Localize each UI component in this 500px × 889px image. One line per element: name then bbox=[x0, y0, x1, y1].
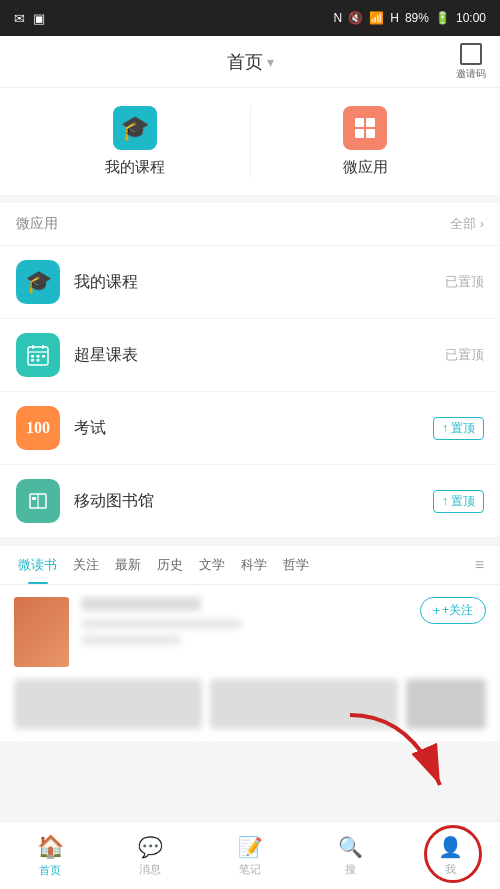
app-item-left-courses: 🎓 我的课程 bbox=[16, 260, 138, 304]
reading-tabs-more[interactable]: ≡ bbox=[469, 546, 490, 584]
svg-rect-15 bbox=[32, 497, 36, 500]
time-display: 10:00 bbox=[456, 11, 486, 25]
svg-rect-1 bbox=[366, 118, 375, 127]
svg-rect-11 bbox=[31, 359, 34, 362]
app-icon-library bbox=[16, 479, 60, 523]
svg-rect-0 bbox=[355, 118, 364, 127]
battery-level: 89% bbox=[405, 11, 429, 25]
app-name-schedule: 超星课表 bbox=[74, 345, 138, 366]
svg-rect-9 bbox=[37, 355, 40, 358]
search-icon: 🔍 bbox=[338, 835, 363, 859]
reading-tabs: 微读书 关注 最新 历史 文学 科学 哲学 ≡ bbox=[0, 546, 500, 585]
status-left: ✉ ▣ bbox=[14, 11, 45, 26]
micro-apps-section: 微应用 全部 › 🎓 我的课程 已置顶 bbox=[0, 203, 500, 538]
tab-latest[interactable]: 最新 bbox=[107, 546, 149, 584]
volume-icon: 🔇 bbox=[348, 11, 363, 25]
book-desc-1 bbox=[81, 619, 241, 629]
app-icon-courses: 🎓 bbox=[16, 260, 60, 304]
signal-bars: H bbox=[390, 11, 399, 25]
micro-apps-header: 微应用 全部 › bbox=[0, 203, 500, 246]
reading-item-1 bbox=[14, 679, 202, 729]
app-icon-exam: 100 bbox=[16, 406, 60, 450]
reading-item-2 bbox=[210, 679, 398, 729]
nav-item-home[interactable]: 🏠 首页 bbox=[0, 822, 100, 889]
reading-section: 微读书 关注 最新 历史 文学 科学 哲学 ≡ + +关注 bbox=[0, 546, 500, 741]
tab-history[interactable]: 历史 bbox=[149, 546, 191, 584]
reading-bottom-row bbox=[0, 679, 500, 741]
notification-icon: ✉ bbox=[14, 11, 25, 26]
nav-item-search[interactable]: 🔍 搜 bbox=[300, 822, 400, 889]
courses-icon: 🎓 bbox=[113, 106, 157, 150]
notes-icon: 📝 bbox=[238, 835, 263, 859]
follow-label: +关注 bbox=[442, 602, 473, 619]
battery-icon: 🔋 bbox=[435, 11, 450, 25]
status-bar: ✉ ▣ N 🔇 📶 H 89% 🔋 10:00 bbox=[0, 0, 500, 36]
nav-item-notes[interactable]: 📝 笔记 bbox=[200, 822, 300, 889]
header-title-group[interactable]: 首页 ▾ bbox=[227, 50, 274, 74]
tab-literature[interactable]: 文学 bbox=[191, 546, 233, 584]
tab-follow[interactable]: 关注 bbox=[65, 546, 107, 584]
reading-content: + +关注 bbox=[0, 585, 500, 679]
app-badge-schedule: 已置顶 bbox=[445, 346, 484, 364]
svg-rect-8 bbox=[31, 355, 34, 358]
tab-philosophy[interactable]: 哲学 bbox=[275, 546, 317, 584]
chevron-down-icon: ▾ bbox=[267, 54, 274, 70]
nav-item-me[interactable]: 👤 我 bbox=[400, 822, 500, 889]
book-info bbox=[81, 597, 408, 645]
status-right: N 🔇 📶 H 89% 🔋 10:00 bbox=[334, 11, 486, 25]
home-icon: 🏠 bbox=[37, 834, 64, 860]
micro-apps-more[interactable]: 全部 › bbox=[450, 215, 484, 233]
bottom-nav: 🏠 首页 💬 消息 📝 笔记 🔍 搜 👤 我 bbox=[0, 821, 500, 889]
app-pin-library[interactable]: ↑ 置顶 bbox=[433, 490, 484, 513]
micro-apps-title: 微应用 bbox=[16, 215, 58, 233]
page-title: 首页 bbox=[227, 50, 263, 74]
tab-micro-read[interactable]: 微读书 bbox=[10, 546, 65, 584]
apps-label: 微应用 bbox=[343, 158, 388, 177]
message-label: 消息 bbox=[139, 862, 161, 877]
message-icon: 💬 bbox=[138, 835, 163, 859]
svg-rect-12 bbox=[37, 359, 40, 362]
courses-label: 我的课程 bbox=[105, 158, 165, 177]
quick-item-courses[interactable]: 🎓 我的课程 bbox=[20, 106, 251, 177]
app-pin-exam[interactable]: ↑ 置顶 bbox=[433, 417, 484, 440]
qr-icon bbox=[460, 43, 482, 65]
quick-item-apps[interactable]: 微应用 bbox=[251, 106, 481, 177]
pin-label-exam: 置顶 bbox=[451, 420, 475, 437]
app-item-library[interactable]: 移动图书馆 ↑ 置顶 bbox=[0, 465, 500, 538]
app-item-schedule[interactable]: 超星课表 已置顶 bbox=[0, 319, 500, 392]
pin-label-library: 置顶 bbox=[451, 493, 475, 510]
app-name-library: 移动图书馆 bbox=[74, 491, 154, 512]
app-item-left-library: 移动图书馆 bbox=[16, 479, 154, 523]
app-item-left-schedule: 超星课表 bbox=[16, 333, 138, 377]
app-name-courses: 我的课程 bbox=[74, 272, 138, 293]
svg-rect-10 bbox=[42, 355, 45, 358]
quick-access-section: 🎓 我的课程 微应用 bbox=[0, 88, 500, 195]
book-title bbox=[81, 597, 201, 611]
reading-item-3 bbox=[406, 679, 486, 729]
svg-rect-3 bbox=[366, 129, 375, 138]
pin-icon-exam: ↑ bbox=[442, 421, 448, 435]
book-thumbnail bbox=[14, 597, 69, 667]
nav-item-message[interactable]: 💬 消息 bbox=[100, 822, 200, 889]
follow-plus-icon: + bbox=[433, 604, 440, 618]
pin-icon-library: ↑ bbox=[442, 494, 448, 508]
app-item-exam[interactable]: 100 考试 ↑ 置顶 bbox=[0, 392, 500, 465]
app-item-my-courses[interactable]: 🎓 我的课程 已置顶 bbox=[0, 246, 500, 319]
notes-label: 笔记 bbox=[239, 862, 261, 877]
header: 首页 ▾ 邀请码 bbox=[0, 36, 500, 88]
signal-icon: ▣ bbox=[33, 11, 45, 26]
app-badge-courses: 已置顶 bbox=[445, 273, 484, 291]
invite-label: 邀请码 bbox=[456, 67, 486, 81]
wifi-icon: 📶 bbox=[369, 11, 384, 25]
home-label: 首页 bbox=[39, 863, 61, 878]
apps-icon bbox=[343, 106, 387, 150]
svg-rect-2 bbox=[355, 129, 364, 138]
tab-science[interactable]: 科学 bbox=[233, 546, 275, 584]
app-name-exam: 考试 bbox=[74, 418, 106, 439]
follow-button[interactable]: + +关注 bbox=[420, 597, 486, 624]
invite-code-button[interactable]: 邀请码 bbox=[456, 43, 486, 81]
network-icon: N bbox=[334, 11, 343, 25]
search-label: 搜 bbox=[345, 862, 356, 877]
app-icon-schedule bbox=[16, 333, 60, 377]
app-item-left-exam: 100 考试 bbox=[16, 406, 106, 450]
